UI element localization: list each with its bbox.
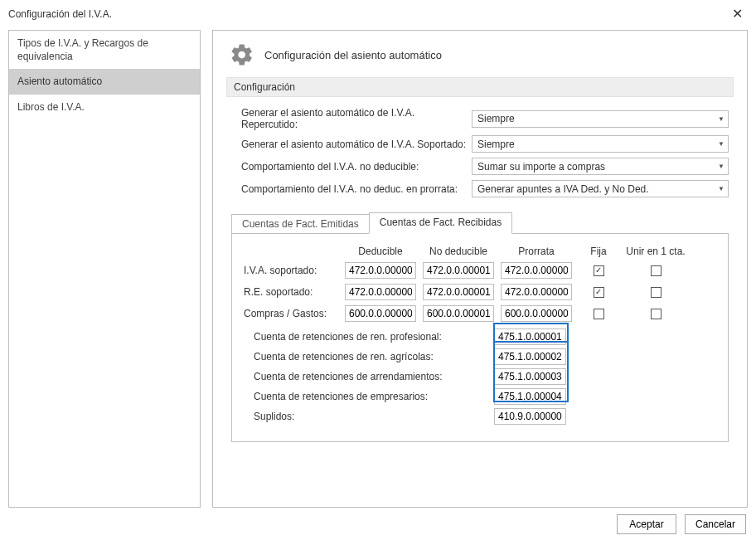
tab-label: Cuentas de Fact. Emitidas <box>242 218 359 230</box>
input-ret-empresarios[interactable] <box>494 388 566 405</box>
ret-label: Cuenta de retenciones de ren. profesiona… <box>244 331 494 343</box>
ret-row-empresarios: Cuenta de retenciones de empresarios: <box>244 388 716 405</box>
select-value: Siempre <box>477 113 515 124</box>
sidebar-item-tipos-iva[interactable]: Tipos de I.V.A. y Recargos de equivalenc… <box>9 31 200 69</box>
tab-label: Cuentas de Fact. Recibidas <box>380 217 502 228</box>
ret-row-suplidos: Suplidos: <box>244 408 716 425</box>
dialog-footer: Aceptar Cancelar <box>0 508 756 534</box>
chk-compras-fija[interactable] <box>594 309 604 319</box>
input-ret-profesional[interactable] <box>494 328 566 345</box>
row-label-iva-soportado: I.V.A. soportado: <box>244 265 338 276</box>
sidebar-item-asiento-automatico[interactable]: Asiento automático <box>9 69 200 94</box>
input-compras-no-ded[interactable] <box>423 305 494 322</box>
cfg-row-prorrata-behavior: Comportamiento del I.V.A. no deduc. en p… <box>241 180 729 197</box>
window-title: Configuración del I.V.A. <box>8 8 112 20</box>
select-no-deducible[interactable]: Sumar su importe a compras ▼ <box>472 158 729 175</box>
ret-label: Cuenta de retenciones de empresarios: <box>244 391 494 402</box>
cfg-label: Comportamiento del I.V.A. no deducible: <box>241 161 472 173</box>
gear-icon <box>230 42 254 67</box>
section-header-configuracion: Configuración <box>226 77 734 97</box>
ret-label: Suplidos: <box>244 411 494 422</box>
main-panel: Configuración del asiento automático Con… <box>212 30 748 508</box>
cfg-row-soportado: Generar el asiento automático de I.V.A. … <box>241 135 729 153</box>
chevron-down-icon: ▼ <box>718 185 724 192</box>
chk-compras-unir[interactable] <box>651 309 662 319</box>
chk-iva-soportado-unir[interactable] <box>651 265 662 276</box>
ok-button[interactable]: Aceptar <box>617 514 676 534</box>
panel-title: Configuración del asiento automático <box>264 49 442 61</box>
tab-recibidas[interactable]: Cuentas de Fact. Recibidas <box>369 212 512 234</box>
input-ret-arrendamientos[interactable] <box>494 368 566 385</box>
input-re-soportado-prorrata[interactable] <box>501 284 572 300</box>
input-compras-prorrata[interactable] <box>501 305 572 322</box>
chk-iva-soportado-fija[interactable]: ✓ <box>594 265 604 276</box>
cfg-row-repercutido: Generar el asiento automático de I.V.A. … <box>241 107 729 130</box>
row-label-compras-gastos: Compras / Gastos: <box>244 308 338 319</box>
col-header-prorrata: Prorrata <box>501 246 572 257</box>
select-value: Generar apuntes a IVA Ded. y No Ded. <box>477 183 649 195</box>
accounts-grid: Deducible No deducible Prorrata Fija Uni… <box>244 246 716 322</box>
close-icon[interactable]: ✕ <box>727 7 748 21</box>
tab-emitidas[interactable]: Cuentas de Fact. Emitidas <box>231 214 369 234</box>
sidebar-item-label: Asiento automático <box>17 75 102 87</box>
ret-label: Cuenta de retenciones de arrendamientos: <box>244 371 494 382</box>
tab-content-recibidas: Deducible No deducible Prorrata Fija Uni… <box>231 233 729 442</box>
select-soportado[interactable]: Siempre ▼ <box>472 135 729 153</box>
chevron-down-icon: ▼ <box>718 115 724 123</box>
input-ret-agricolas[interactable] <box>494 348 566 365</box>
input-suplidos[interactable] <box>494 408 566 425</box>
chk-re-soportado-fija[interactable]: ✓ <box>594 287 604 298</box>
sidebar: Tipos de I.V.A. y Recargos de equivalenc… <box>8 30 201 508</box>
panel-header: Configuración del asiento automático <box>226 42 734 67</box>
chk-re-soportado-unir[interactable] <box>651 287 662 298</box>
col-header-fija: Fija <box>579 246 618 257</box>
select-value: Sumar su importe a compras <box>477 161 605 173</box>
body-area: Tipos de I.V.A. y Recargos de equivalenc… <box>0 25 756 508</box>
col-header-unir: Unir en 1 cta. <box>625 246 686 257</box>
retenciones-rows: Cuenta de retenciones de ren. profesiona… <box>244 328 716 425</box>
cfg-label: Comportamiento del I.V.A. no deduc. en p… <box>241 183 472 195</box>
cfg-label: Generar el asiento automático de I.V.A. … <box>241 107 472 130</box>
config-rows: Generar el asiento automático de I.V.A. … <box>226 107 734 197</box>
select-value: Siempre <box>477 139 515 150</box>
input-compras-deducible[interactable] <box>345 305 416 322</box>
col-header-no-deducible: No deducible <box>423 246 494 257</box>
sidebar-item-label: Tipos de I.V.A. y Recargos de equivalenc… <box>17 37 148 62</box>
input-re-soportado-no-ded[interactable] <box>423 284 494 300</box>
input-iva-soportado-deducible[interactable] <box>345 262 416 279</box>
chevron-down-icon: ▼ <box>718 163 724 170</box>
button-label: Aceptar <box>629 518 663 530</box>
ret-row-profesional: Cuenta de retenciones de ren. profesiona… <box>244 328 716 345</box>
ret-row-arrendamientos: Cuenta de retenciones de arrendamientos: <box>244 368 716 385</box>
cancel-button[interactable]: Cancelar <box>685 514 746 534</box>
cfg-label: Generar el asiento automático de I.V.A. … <box>241 139 472 150</box>
sidebar-item-label: Libros de I.V.A. <box>17 101 85 113</box>
titlebar: Configuración del I.V.A. ✕ <box>0 0 756 25</box>
ret-row-agricolas: Cuenta de retenciones de ren. agrícolas: <box>244 348 716 365</box>
input-iva-soportado-prorrata[interactable] <box>501 262 572 279</box>
input-iva-soportado-no-ded[interactable] <box>423 262 494 279</box>
chevron-down-icon: ▼ <box>718 140 724 148</box>
select-prorrata-behavior[interactable]: Generar apuntes a IVA Ded. y No Ded. ▼ <box>472 180 729 197</box>
sidebar-item-libros-iva[interactable]: Libros de I.V.A. <box>9 95 200 119</box>
row-label-re-soportado: R.E. soportado: <box>244 286 338 298</box>
col-header-deducible: Deducible <box>345 246 416 257</box>
ret-label: Cuenta de retenciones de ren. agrícolas: <box>244 351 494 363</box>
select-repercutido[interactable]: Siempre ▼ <box>472 110 729 128</box>
input-re-soportado-deducible[interactable] <box>345 284 416 300</box>
tab-strip: Cuentas de Fact. Emitidas Cuentas de Fac… <box>231 212 734 234</box>
cfg-row-no-deducible: Comportamiento del I.V.A. no deducible: … <box>241 158 729 175</box>
button-label: Cancelar <box>695 518 735 530</box>
